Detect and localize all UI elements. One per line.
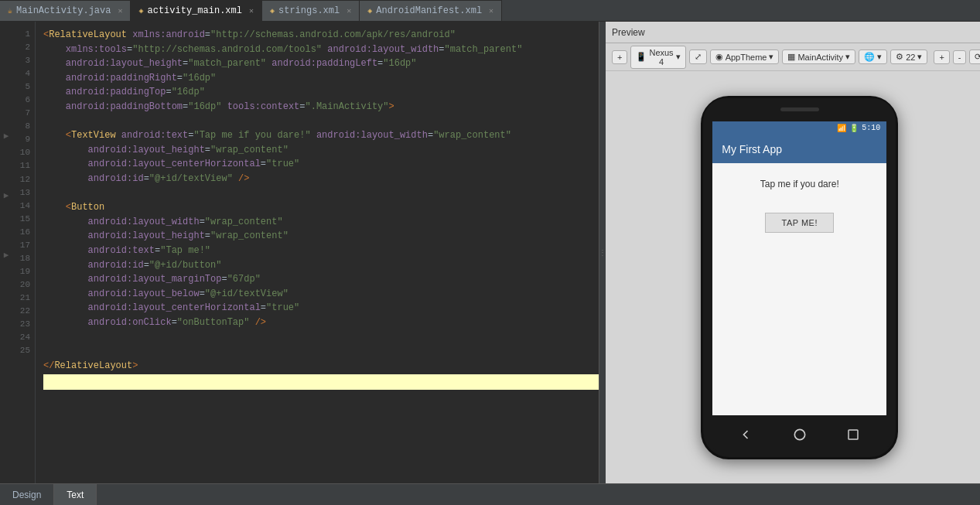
rotate-icon: ⤢ [695,52,702,62]
phone-app-title: My First App [722,143,782,155]
zoom-out-icon: - [958,53,961,62]
activity-icon: ▦ [787,52,795,62]
theme-selector[interactable]: ◉ AppTheme ▾ [710,49,780,64]
api-label: 22 [906,53,915,62]
device-label: Nexus 4 [649,48,673,67]
line-numbers: 12345 678910 1112131415 1617181920 21222… [12,22,36,483]
svg-point-0 [794,429,804,439]
refresh-button[interactable]: ⟳ [969,49,980,64]
home-nav-button[interactable] [790,425,809,444]
preview-header: Preview [606,22,980,43]
text-tab-label: Text [67,490,84,500]
tab-label: MainActivity.java [16,5,111,16]
add-device-button[interactable]: + [612,50,627,64]
zoom-in-icon: + [939,53,944,62]
preview-panel: Preview + 📱 Nexus 4 ▾ ⤢ ◉ AppTheme ▾ ▦ M… [606,22,980,483]
back-nav-button[interactable] [736,425,755,444]
phone-screen: 📶 🔋 5:10 My First App Tap me if you dare… [712,121,886,415]
phone-status-bar: 📶 🔋 5:10 [712,121,886,135]
phone-tap-button[interactable]: TAP ME! [765,213,834,233]
tab-close-xml1[interactable]: ✕ [249,6,254,15]
wifi-icon: 📶 [837,124,846,133]
activity-label: MainActivity [797,53,843,62]
bottom-tab-bar: Design Text [0,483,980,505]
chevron-down-icon: ▾ [676,52,681,62]
tab-close-xml2[interactable]: ✕ [347,6,351,15]
editor-panel: ▶ ▶ ▶ 12345 678910 1112131415 1617181920… [0,22,599,483]
xml-icon-2: ◈ [270,6,275,15]
device-selector[interactable]: 📱 Nexus 4 ▾ [630,46,685,69]
tab-activity-main-xml[interactable]: ◈ activity_main.xml ✕ [131,0,261,21]
phone-speaker [780,107,819,111]
code-area[interactable]: ▶ ▶ ▶ 12345 678910 1112131415 1617181920… [0,22,599,483]
api-selector[interactable]: ⚙ 22 ▾ [890,49,927,64]
battery-icon: 🔋 [849,124,859,133]
tab-android-manifest[interactable]: ◈ AndroidManifest.xml ✕ [360,0,502,21]
theme-icon: ◉ [715,52,723,62]
phone-top-bar [703,98,896,121]
phone-textview: Tap me if you dare! [760,179,839,189]
preview-body: 📶 🔋 5:10 My First App Tap me if you dare… [606,71,980,483]
split-handle[interactable]: ⋮ [599,22,606,483]
fold-icon-1[interactable]: ▶ [0,130,12,143]
zoom-in-button[interactable]: + [934,50,949,64]
chevron-down-icon-2: ▾ [769,52,773,62]
svg-rect-1 [849,430,858,439]
tab-label: activity_main.xml [148,5,242,16]
xml-icon-3: ◈ [367,6,372,15]
tab-main-activity-java[interactable]: ☕ MainActivity.java ✕ [0,0,131,21]
code-editor[interactable]: <RelativeLayout xmlns:android="http://sc… [36,22,599,483]
fold-icon-3[interactable]: ▶ [0,249,12,262]
phone-app-bar: My First App [712,135,886,163]
tab-text[interactable]: Text [54,484,97,505]
chevron-down-icon-5: ▾ [917,52,922,62]
java-icon: ☕ [8,6,12,15]
add-icon: + [617,53,622,62]
chevron-down-icon-3: ▾ [845,52,850,62]
phone-content: Tap me if you dare! TAP ME! [712,163,886,415]
locale-icon: 🌐 [864,52,875,62]
tab-label: strings.xml [278,5,340,16]
phone-bottom-bar [703,415,896,454]
gutter-icons: ▶ ▶ ▶ [0,22,12,483]
tab-label: AndroidManifest.xml [376,5,482,16]
tab-close-xml3[interactable]: ✕ [489,6,493,15]
tab-close-java[interactable]: ✕ [118,6,122,15]
tab-design[interactable]: Design [0,484,54,505]
recents-nav-button[interactable] [844,425,862,444]
preview-toolbar: + 📱 Nexus 4 ▾ ⤢ ◉ AppTheme ▾ ▦ MainActiv… [606,43,980,71]
tab-strings-xml[interactable]: ◈ strings.xml ✕ [262,0,360,21]
activity-selector[interactable]: ▦ MainActivity ▾ [782,49,855,64]
preview-title: Preview [612,27,645,38]
chevron-down-icon-4: ▾ [877,52,882,62]
main-area: ▶ ▶ ▶ 12345 678910 1112131415 1617181920… [0,22,980,483]
refresh-icon: ⟳ [975,52,980,62]
tab-bar: ☕ MainActivity.java ✕ ◈ activity_main.xm… [0,0,980,22]
phone-mockup: 📶 🔋 5:10 My First App Tap me if you dare… [701,96,898,459]
orientation-button[interactable]: ⤢ [689,49,707,64]
zoom-out-button[interactable]: - [953,50,967,64]
device-icon: 📱 [636,52,647,62]
phone-time: 5:10 [862,124,880,132]
api-icon: ⚙ [896,52,903,62]
locale-selector[interactable]: 🌐 ▾ [859,49,887,64]
theme-label: AppTheme [726,53,767,62]
xml-icon-1: ◈ [138,6,143,15]
design-tab-label: Design [12,490,41,500]
fold-icon-2[interactable]: ▶ [0,189,12,203]
